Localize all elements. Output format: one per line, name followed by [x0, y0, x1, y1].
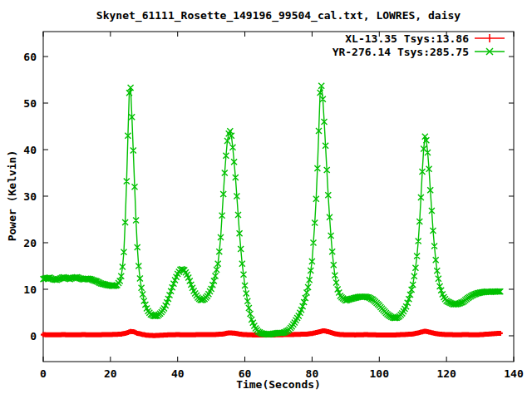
y-tick-label: 0: [30, 330, 37, 342]
plot-area: 0204060801001201400102030405060: [0, 0, 532, 399]
plot-frame: [43, 32, 514, 362]
plus-marker-icon: [475, 32, 505, 44]
x-marker-icon: [475, 46, 505, 57]
legend-label-xl: XL-13.35 Tsys:13.86: [345, 32, 469, 45]
gnuplot-window: 0204060801001201400102030405060 Skynet_6…: [0, 0, 532, 399]
chart-title: Skynet_61111_Rosette_149196_99504_cal.tx…: [43, 9, 514, 22]
legend-entry-yr: YR-276.14 Tsys:285.75: [332, 46, 505, 57]
y-tick-label: 30: [23, 190, 37, 203]
y-tick-label: 10: [23, 283, 37, 296]
legend: XL-13.35 Tsys:13.86 YR-276.14 Tsys:285.7…: [332, 32, 505, 57]
legend-entry-xl: XL-13.35 Tsys:13.86: [345, 32, 505, 44]
series-markers-yr: [41, 83, 504, 337]
y-tick-label: 50: [23, 97, 37, 110]
y-tick-label: 20: [23, 237, 37, 249]
y-axis-label: Power (Kelvin): [6, 113, 18, 279]
y-tick-label: 40: [23, 144, 37, 156]
x-axis-label: Time(Seconds): [43, 378, 514, 391]
legend-label-yr: YR-276.14 Tsys:285.75: [332, 46, 469, 58]
y-tick-label: 60: [23, 51, 37, 63]
